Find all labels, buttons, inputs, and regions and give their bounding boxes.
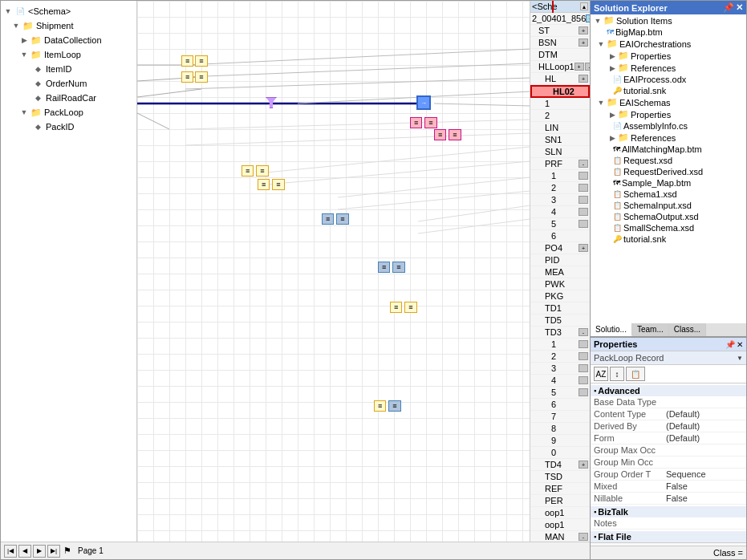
props-pages-btn[interactable]: 📋 xyxy=(626,367,645,381)
schema-item-PID[interactable]: PID xyxy=(530,254,590,266)
tree-shipment[interactable]: ▼ 📁 Shipment xyxy=(4,18,133,33)
sol-item-solution-items[interactable]: ▼ 📁 Solution Items xyxy=(591,14,746,26)
sol-item-bigmap[interactable]: 🗺 BigMap.btm xyxy=(591,26,746,38)
schema-item-SN1[interactable]: SN1 xyxy=(530,134,590,146)
sol-item-schema1[interactable]: 📋 Schema1.xsd xyxy=(591,189,746,200)
schema-HL-icon[interactable]: + xyxy=(579,75,588,83)
nav-next[interactable]: ▶ xyxy=(33,545,46,558)
schema-item-SLN[interactable]: SLN xyxy=(530,146,590,158)
schema-PO4-icon[interactable]: + xyxy=(579,244,588,252)
schema-item-ST[interactable]: ST + xyxy=(530,25,590,37)
tab-solution[interactable]: Solutio... xyxy=(591,323,632,336)
schema-MAN-icon[interactable]: - xyxy=(579,533,588,541)
schema-item-oop1a[interactable]: oop1 xyxy=(530,507,590,519)
schema-ST-icon[interactable]: + xyxy=(579,26,588,34)
props-section-biztalk[interactable]: ▪ BizTalk xyxy=(591,506,746,517)
props-sort-btn[interactable]: ↕ xyxy=(610,367,624,381)
tree-packloop[interactable]: ▼ 📁 PackLoop xyxy=(4,105,133,120)
node-box-1a[interactable]: ≡ xyxy=(181,55,193,67)
chevron-down-icon[interactable]: ▼ xyxy=(737,355,743,362)
schema-item-7[interactable]: 7 xyxy=(530,411,590,423)
props-section-flatfile[interactable]: ▪ Flat File xyxy=(591,531,746,542)
tree-root[interactable]: ▼ 📄 <Schema> xyxy=(4,4,133,18)
schema-item-HL02[interactable]: HL02 xyxy=(530,85,590,98)
sol-item-props-2[interactable]: ▶ 📁 Properties xyxy=(591,108,746,120)
schema-HLLoop1-icon-2[interactable]: - xyxy=(585,63,590,71)
tree-itemid[interactable]: ◆ ItemID xyxy=(4,62,133,76)
expand-shipment[interactable]: ▼ xyxy=(12,22,20,30)
schema-item-BSN[interactable]: BSN + xyxy=(530,37,590,49)
sol-item-refs-1[interactable]: ▶ 📁 References xyxy=(591,62,746,74)
node-box-2a[interactable]: ≡ xyxy=(181,71,193,83)
schema-item-4a[interactable]: 4 xyxy=(530,206,590,218)
blue-node-1[interactable]: ≡ xyxy=(322,213,334,225)
schema-item-TSD[interactable]: TSD xyxy=(530,471,590,483)
sol-item-tutorial2[interactable]: 🔑 tutorial.snk xyxy=(591,233,746,245)
props-sort-az-btn[interactable]: AZ xyxy=(594,367,608,381)
props-close-icon[interactable]: ✕ xyxy=(737,340,743,349)
sol-item-assemblyinfo[interactable]: 📄 AssemblyInfo.cs xyxy=(591,120,746,132)
nav-last[interactable]: ▶| xyxy=(47,545,60,558)
expand-packloop[interactable]: ▼ xyxy=(20,108,28,116)
schema-item-PO4[interactable]: PO4 + xyxy=(530,242,590,254)
blue-node-4[interactable]: ≡ xyxy=(392,262,404,273)
yellow-node-lower-1[interactable]: ≡ xyxy=(390,302,402,313)
yellow-node-lower-2[interactable]: ≡ xyxy=(404,302,416,313)
schema-TD4-icon[interactable]: + xyxy=(579,461,588,469)
sol-item-eaiprocess[interactable]: 📄 EAIProcess.odx xyxy=(591,74,746,85)
node-box-2b[interactable]: ≡ xyxy=(195,71,207,83)
sol-item-samplemap[interactable]: 🗺 Sample_Map.btm xyxy=(591,177,746,189)
tan-node-3[interactable]: ≡ xyxy=(258,179,270,190)
funnel-node[interactable] xyxy=(266,97,277,108)
schema-item-TD4[interactable]: TD4 + xyxy=(530,459,590,471)
blue-node-3[interactable]: ≡ xyxy=(378,262,390,273)
schema-item-root[interactable]: 2_00401_856 + xyxy=(530,13,590,25)
schema-item-5b[interactable]: 5 xyxy=(530,387,590,399)
expand-solution-items[interactable]: ▼ xyxy=(594,17,602,25)
tan-node-4[interactable]: ≡ xyxy=(272,179,284,190)
schema-item-1b[interactable]: 1 xyxy=(530,170,590,182)
pink-node-2[interactable]: ≡ xyxy=(424,117,436,128)
nav-prev[interactable]: ◀ xyxy=(18,545,31,558)
tree-railroadcar[interactable]: ◆ RailRoadCar xyxy=(4,91,133,105)
schema-item-HLLoop1[interactable]: HLLoop1 + - xyxy=(530,61,590,73)
pink-node-4[interactable]: ≡ xyxy=(449,129,461,140)
sol-item-requestderived[interactable]: 📋 RequestDerived.xsd xyxy=(591,166,746,177)
sol-item-request-xsd[interactable]: 📋 Request.xsd xyxy=(591,155,746,166)
schema-item-REF[interactable]: REF xyxy=(530,483,590,495)
schema-item-3b[interactable]: 3 xyxy=(530,363,590,375)
center-node[interactable]: → xyxy=(416,95,431,110)
schema-item-9[interactable]: 9 xyxy=(530,435,590,447)
sol-item-schemainput[interactable]: 📋 SchemaInput.xsd xyxy=(591,200,746,211)
pink-node-1[interactable]: ≡ xyxy=(410,117,422,128)
schema-item-DTM[interactable]: DTM xyxy=(530,49,590,61)
sol-close-icon[interactable]: ✕ xyxy=(736,2,743,13)
schema-item-1a[interactable]: 1 xyxy=(530,98,590,110)
schema-item-PWK[interactable]: PWK xyxy=(530,278,590,290)
sol-item-refs-2[interactable]: ▶ 📁 References xyxy=(591,132,746,144)
sol-item-eaiorchestrations[interactable]: ▼ 📁 EAIOrchestrations xyxy=(591,38,746,50)
sol-item-eaischemas[interactable]: ▼ 📁 EAISchemas xyxy=(591,96,746,108)
schema-item-6b[interactable]: 6 xyxy=(530,399,590,411)
schema-item-TD5[interactable]: TD5 xyxy=(530,314,590,327)
schema-item-LIN[interactable]: LIN xyxy=(530,122,590,134)
sol-item-tutorial1[interactable]: 🔑 tutorial.snk xyxy=(591,85,746,96)
schema-item-2c[interactable]: 2 xyxy=(530,351,590,363)
schema-item-MEA[interactable]: MEA xyxy=(530,266,590,278)
sol-item-allmatching[interactable]: 🗺 AllMatchingMap.btm xyxy=(591,144,746,155)
sol-pin-icon[interactable]: 📌 xyxy=(723,2,734,13)
tab-class[interactable]: Class... xyxy=(669,323,706,336)
schema-item-5a[interactable]: 5 xyxy=(530,218,590,230)
schema-TD3-icon[interactable]: - xyxy=(579,328,588,336)
schema-item-1c[interactable]: 1 xyxy=(530,339,590,351)
tree-datacollection[interactable]: ▶ 📁 DataCollection xyxy=(4,33,133,47)
schema-item-6a[interactable]: 6 xyxy=(530,230,590,242)
schema-item-PKG[interactable]: PKG xyxy=(530,290,590,302)
sol-item-schemaoutput[interactable]: 📋 SchemaOutput.xsd xyxy=(591,211,746,222)
schema-HLLoop1-icon-1[interactable]: + xyxy=(574,63,584,71)
expand-datacollection[interactable]: ▶ xyxy=(20,36,28,44)
schema-item-0[interactable]: 0 xyxy=(530,447,590,459)
expand-eaiorchestrations[interactable]: ▼ xyxy=(597,40,605,48)
schema-item-3a[interactable]: 3 xyxy=(530,194,590,206)
schema-BSN-icon[interactable]: + xyxy=(579,39,588,47)
